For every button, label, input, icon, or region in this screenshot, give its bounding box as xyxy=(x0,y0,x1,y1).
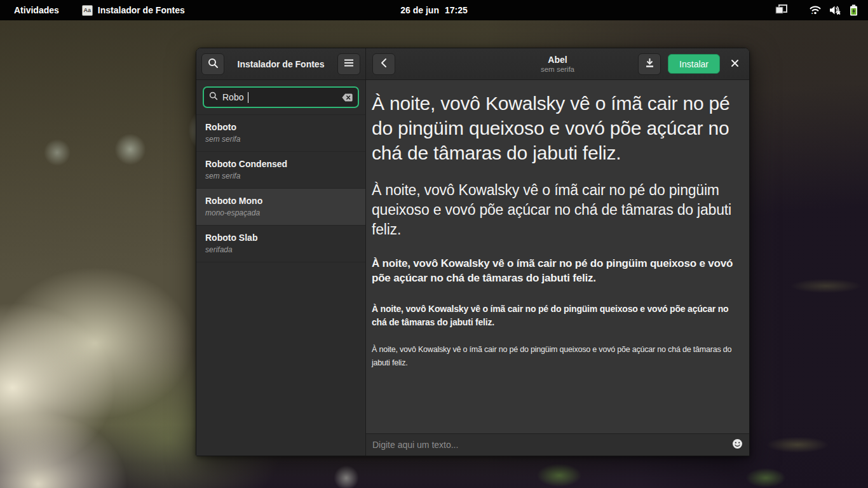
battery-charging-icon[interactable] xyxy=(850,4,858,16)
svg-text:*: * xyxy=(811,12,813,16)
search-entry-icon xyxy=(209,92,218,103)
close-window-button[interactable] xyxy=(727,57,743,72)
hamburger-menu-icon xyxy=(344,58,354,69)
search-row: Robo xyxy=(196,80,365,115)
font-list-item-roboto-slab[interactable]: Roboto Slab serifada xyxy=(196,226,365,262)
custom-text-input[interactable] xyxy=(372,440,727,450)
smiley-icon xyxy=(732,438,743,451)
preview-font-name: Abel xyxy=(541,55,574,65)
search-input[interactable]: Robo xyxy=(203,86,359,108)
date-label: 26 de jun xyxy=(400,5,439,15)
sidebar-title: Instalador de Fontes xyxy=(238,59,325,69)
font-installer-window: Instalador de Fontes xyxy=(196,48,750,456)
sidebar-headerbar: Instalador de Fontes xyxy=(196,48,365,80)
search-value: Robo xyxy=(222,92,243,102)
pangram-size-4: À noite, vovô Kowalsky vê o ímã cair no … xyxy=(372,302,743,329)
font-search-results: Roboto sem serifa Roboto Condensed sem s… xyxy=(196,115,365,456)
wifi-icon[interactable]: * xyxy=(810,5,821,15)
preview-text-area[interactable]: À noite, vovô Kowalsky vê o ímã cair no … xyxy=(366,80,749,433)
close-icon xyxy=(731,59,739,69)
window-switcher-icon[interactable] xyxy=(775,4,788,17)
pangram-size-5: À noite, vovô Kowalsky vê o ímã cair no … xyxy=(372,343,743,370)
font-list-item-roboto-mono[interactable]: Roboto Mono mono-espaçada xyxy=(196,189,365,226)
font-preview-pane: Abel sem serifa Instalar xyxy=(366,48,749,456)
font-list-item-roboto-condensed[interactable]: Roboto Condensed sem serifa xyxy=(196,152,365,189)
text-caret xyxy=(248,92,248,103)
preview-font-style: sem serifa xyxy=(541,65,574,74)
custom-text-bar xyxy=(366,433,749,456)
emoji-picker-button[interactable] xyxy=(732,438,743,451)
sidebar: Instalador de Fontes xyxy=(196,48,366,456)
pangram-size-2: À noite, vovô Kowalsky vê o ímã cair no … xyxy=(372,180,743,240)
install-button[interactable]: Instalar xyxy=(668,54,720,74)
clear-search-icon[interactable] xyxy=(342,93,353,102)
search-toggle-button[interactable] xyxy=(201,53,224,75)
focused-app-menu[interactable]: Aa Instalador de Fontes xyxy=(82,5,185,16)
clock-button[interactable]: 26 de jun 17:25 xyxy=(400,5,468,15)
back-button[interactable] xyxy=(372,53,395,75)
chevron-left-icon xyxy=(381,58,387,70)
download-button[interactable] xyxy=(638,53,661,75)
font-list-item-roboto[interactable]: Roboto sem serifa xyxy=(196,115,365,152)
time-label: 17:25 xyxy=(445,5,468,15)
search-icon xyxy=(208,58,219,71)
focused-app-name: Instalador de Fontes xyxy=(98,5,185,15)
download-icon xyxy=(645,58,654,70)
pangram-size-3: À noite, vovô Kowalsky vê o ímã cair no … xyxy=(372,256,743,285)
pangram-size-1: À noite, vovô Kowalsky vê o ímã cair no … xyxy=(372,91,743,165)
activities-button[interactable]: Atividades xyxy=(14,5,59,15)
volume-muted-icon[interactable] xyxy=(829,5,841,15)
preview-headerbar: Abel sem serifa Instalar xyxy=(366,48,749,80)
primary-menu-button[interactable] xyxy=(337,53,360,75)
gnome-top-bar: Atividades Aa Instalador de Fontes 26 de… xyxy=(0,0,868,20)
font-installer-app-icon: Aa xyxy=(82,5,93,16)
preview-title-box: Abel sem serifa xyxy=(541,55,574,74)
